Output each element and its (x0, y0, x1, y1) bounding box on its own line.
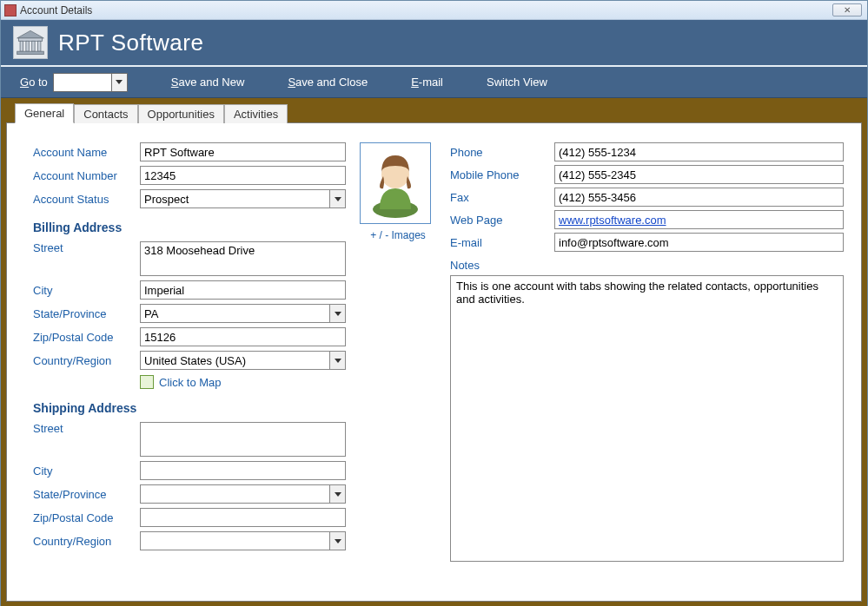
shipping-heading: Shipping Address (33, 401, 346, 415)
app-header: RPT Software (1, 20, 867, 67)
billing-country-combo[interactable]: United States (USA) (140, 351, 346, 370)
account-name-label: Account Name (33, 146, 140, 159)
form-icon (4, 4, 17, 16)
window: Account Details ✕ RPT Software Go to Sav… (0, 0, 868, 606)
svg-rect-2 (20, 41, 23, 51)
billing-state-combo[interactable]: PA (140, 304, 346, 323)
fax-input[interactable] (554, 188, 844, 207)
map-icon (140, 375, 154, 389)
svg-rect-4 (32, 41, 35, 51)
tab-strip: General Contacts Opportunities Activitie… (15, 102, 862, 122)
billing-zip-label: Zip/Postal Code (33, 331, 140, 344)
shipping-city-label: City (33, 464, 140, 478)
svg-rect-1 (18, 38, 42, 41)
avatar-column: + / - Images (360, 142, 436, 592)
tab-panel-general: Account Name Account Number Account Stat… (6, 122, 862, 602)
close-button[interactable]: ✕ (832, 3, 862, 16)
goto-group: Go to (20, 73, 128, 92)
web-label: Web Page (450, 214, 554, 227)
titlebar: Account Details ✕ (1, 1, 867, 20)
body-area: General Contacts Opportunities Activitie… (1, 98, 867, 606)
chevron-down-icon[interactable] (111, 74, 127, 91)
billing-street-input[interactable] (140, 241, 346, 276)
account-number-label: Account Number (33, 169, 140, 182)
right-column: Phone Mobile Phone Fax Web Page www.rpts… (450, 142, 844, 592)
svg-rect-5 (38, 41, 41, 51)
account-status-combo[interactable]: Prospect (140, 189, 346, 208)
shipping-street-input[interactable] (140, 422, 346, 457)
shipping-zip-input[interactable] (140, 508, 346, 527)
svg-rect-6 (17, 51, 44, 54)
shipping-country-label: Country/Region (33, 535, 140, 548)
shipping-country-combo[interactable] (140, 531, 346, 550)
chevron-down-icon[interactable] (329, 190, 345, 207)
shipping-zip-label: Zip/Postal Code (33, 511, 140, 524)
email-input[interactable] (554, 233, 844, 252)
phone-label: Phone (450, 146, 554, 159)
billing-city-label: City (33, 284, 140, 297)
chevron-down-icon[interactable] (329, 485, 345, 503)
svg-rect-3 (26, 41, 29, 51)
tab-opportunities[interactable]: Opportunities (138, 104, 224, 123)
click-to-map-link[interactable]: Click to Map (140, 375, 346, 389)
goto-label: Go to (20, 76, 48, 89)
goto-combo[interactable] (53, 73, 128, 92)
left-column: Account Name Account Number Account Stat… (33, 142, 346, 592)
switch-view-button[interactable]: Switch View (487, 76, 547, 89)
shipping-state-label: State/Province (33, 488, 140, 501)
notes-textarea[interactable] (450, 275, 844, 562)
tab-general[interactable]: General (15, 103, 74, 123)
save-and-new-button[interactable]: Save and New (171, 76, 245, 89)
toolbar: Go to Save and New Save and Close E-mail… (1, 67, 867, 98)
chevron-down-icon[interactable] (329, 352, 345, 369)
app-title: RPT Software (58, 30, 203, 56)
phone-input[interactable] (554, 142, 844, 161)
notes-label: Notes (450, 259, 844, 272)
billing-state-label: State/Province (33, 307, 140, 320)
chevron-down-icon[interactable] (329, 532, 345, 550)
account-name-input[interactable] (140, 142, 346, 161)
content-frame: RPT Software Go to Save and New Save and… (1, 20, 867, 606)
bank-icon (13, 26, 48, 59)
billing-heading: Billing Address (33, 221, 346, 234)
billing-country-label: Country/Region (33, 354, 140, 367)
billing-street-label: Street (33, 241, 140, 254)
account-number-input[interactable] (140, 166, 346, 185)
billing-city-input[interactable] (140, 280, 346, 300)
shipping-city-input[interactable] (140, 461, 346, 480)
tab-activities[interactable]: Activities (224, 104, 288, 123)
mobile-label: Mobile Phone (450, 168, 554, 181)
svg-marker-0 (17, 30, 44, 38)
email-label: E-mail (450, 236, 554, 249)
mobile-input[interactable] (554, 165, 844, 184)
avatar-image[interactable] (360, 142, 431, 224)
shipping-state-combo[interactable] (140, 484, 346, 504)
shipping-street-label: Street (33, 422, 140, 435)
billing-zip-input[interactable] (140, 327, 346, 346)
web-link[interactable]: www.rptsoftware.com (554, 210, 844, 229)
email-button[interactable]: E-mail (411, 76, 443, 89)
images-toggle-link[interactable]: + / - Images (360, 229, 436, 241)
account-status-label: Account Status (33, 193, 140, 206)
window-title: Account Details (20, 4, 92, 16)
tab-contacts[interactable]: Contacts (74, 104, 137, 123)
account-status-value: Prospect (141, 193, 329, 206)
fax-label: Fax (450, 191, 554, 204)
chevron-down-icon[interactable] (329, 305, 345, 322)
save-and-close-button[interactable]: Save and Close (288, 76, 368, 89)
